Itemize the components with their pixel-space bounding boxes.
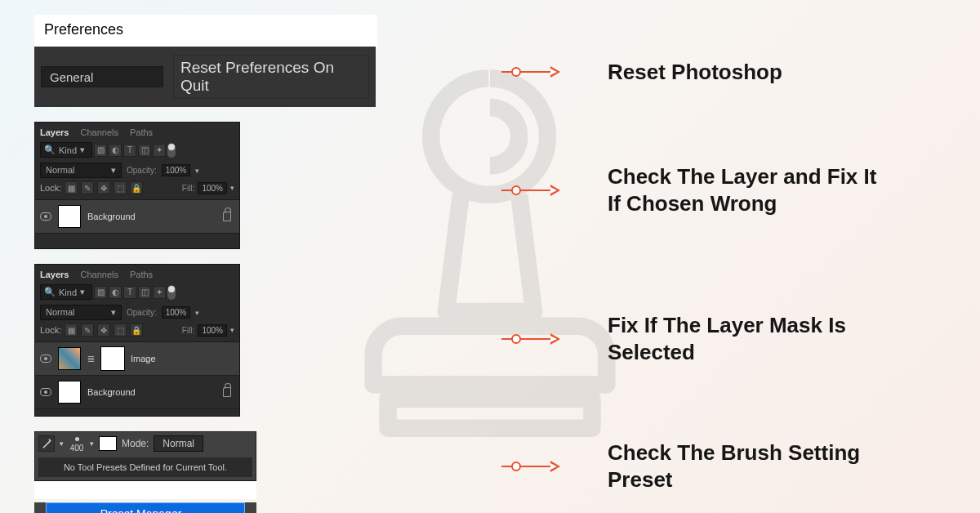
lock-icon xyxy=(223,212,231,221)
filter-adjustment-icon[interactable]: ◐ xyxy=(109,286,122,299)
filter-smart-icon[interactable]: ✦ xyxy=(153,144,166,157)
lock-position-icon[interactable]: ✥ xyxy=(97,181,110,194)
chevron-down-icon: ▾ xyxy=(80,287,85,297)
arrow-icon xyxy=(501,190,559,191)
layer-row-background[interactable]: Background xyxy=(35,200,239,234)
fill-input[interactable]: 100% xyxy=(198,324,227,337)
layer-filter-select[interactable]: 🔍 Kind ▾ xyxy=(40,142,92,158)
no-presets-message: No Tool Presets Defined for Current Tool… xyxy=(38,457,252,477)
arrow-icon xyxy=(501,338,559,340)
chevron-down-icon: ▾ xyxy=(80,145,85,155)
mode-label: Mode: xyxy=(122,438,149,449)
filter-shape-icon[interactable]: ◫ xyxy=(138,144,151,157)
preferences-dialog: Preferences General Reset Preferences On… xyxy=(34,15,376,107)
lock-label: Lock: xyxy=(40,325,61,335)
brush-preset-panel: ▾ 400 ▾ Mode: Normal No Tool Presets Def… xyxy=(34,431,377,513)
tab-channels[interactable]: Channels xyxy=(80,126,118,139)
filter-toggle[interactable] xyxy=(167,143,176,158)
chevron-down-icon[interactable]: ▾ xyxy=(195,309,199,317)
layer-thumbnail[interactable] xyxy=(58,205,81,228)
reset-preferences-button[interactable]: Reset Preferences On Quit xyxy=(173,55,369,99)
opacity-input[interactable]: 100% xyxy=(162,164,191,176)
visibility-icon[interactable] xyxy=(40,212,51,221)
lock-transparency-icon[interactable]: ▦ xyxy=(65,323,78,337)
search-icon: 🔍 xyxy=(44,287,56,297)
tab-paths[interactable]: Paths xyxy=(130,126,153,139)
arrow-icon xyxy=(501,71,559,73)
brush-size-picker[interactable]: 400 xyxy=(69,434,85,453)
layers-panel-background-only: Layers Channels Paths 🔍 Kind ▾ ▧ ◐ T ◫ ✦… xyxy=(34,122,240,249)
chevron-down-icon[interactable]: ▾ xyxy=(60,439,64,448)
clone-stamp-tool-icon[interactable] xyxy=(38,435,55,452)
layer-filter-select[interactable]: 🔍 Kind ▾ xyxy=(40,284,92,300)
callout-layer-mask: Fix If The Layer Mask Is Selected xyxy=(501,312,885,365)
layers-panel-with-mask: Layers Channels Paths 🔍 Kind ▾ ▧ ◐ T ◫ ✦… xyxy=(34,264,240,417)
tab-layers[interactable]: Layers xyxy=(40,126,69,139)
stamp-watermark xyxy=(343,49,637,457)
tab-channels[interactable]: Channels xyxy=(80,268,118,281)
tab-layers[interactable]: Layers xyxy=(40,268,69,281)
chevron-down-icon[interactable]: ▾ xyxy=(230,326,234,334)
lock-artboard-icon[interactable]: ⬚ xyxy=(114,323,127,337)
arrow-icon xyxy=(501,466,559,467)
chevron-down-icon[interactable]: ▾ xyxy=(90,439,94,448)
blend-mode-select[interactable]: Normal xyxy=(154,435,203,452)
brush-panel-icon[interactable] xyxy=(99,436,117,451)
lock-position-icon[interactable]: ✥ xyxy=(97,323,110,337)
filter-type-icon[interactable]: T xyxy=(123,286,136,299)
filter-smart-icon[interactable]: ✦ xyxy=(153,286,166,299)
visibility-icon[interactable] xyxy=(40,388,51,396)
chevron-down-icon[interactable]: ▾ xyxy=(195,167,199,175)
filter-pixel-icon[interactable]: ▧ xyxy=(94,286,107,299)
callout-brush-preset: Check The Brush Setting Preset xyxy=(501,439,885,493)
lock-all-icon[interactable]: 🔒 xyxy=(130,181,143,194)
layer-row-image[interactable]: 𝌆 Image xyxy=(35,342,239,376)
layer-thumbnail[interactable] xyxy=(58,347,81,370)
link-icon[interactable]: 𝌆 xyxy=(87,355,95,364)
layer-thumbnail[interactable] xyxy=(58,381,81,404)
callout-check-layer: Check The Layer and Fix It If Chosen Wro… xyxy=(501,163,885,216)
filter-adjustment-icon[interactable]: ◐ xyxy=(109,144,122,157)
filter-toggle[interactable] xyxy=(167,285,176,300)
preset-manager-button[interactable]: Preset Manager... xyxy=(46,502,245,513)
preferences-category-select[interactable]: General xyxy=(41,66,163,87)
search-icon: 🔍 xyxy=(44,145,56,155)
filter-shape-icon[interactable]: ◫ xyxy=(138,286,151,299)
visibility-icon[interactable] xyxy=(40,355,51,363)
lock-transparency-icon[interactable]: ▦ xyxy=(65,181,78,194)
lock-all-icon[interactable]: 🔒 xyxy=(130,323,143,337)
filter-pixel-icon[interactable]: ▧ xyxy=(94,144,107,157)
blend-mode-select[interactable]: Normal▾ xyxy=(40,305,122,320)
lock-label: Lock: xyxy=(40,183,61,193)
chevron-down-icon[interactable]: ▾ xyxy=(230,184,234,192)
layer-row-background[interactable]: Background xyxy=(35,376,239,409)
opacity-input[interactable]: 100% xyxy=(162,306,191,319)
filter-type-icon[interactable]: T xyxy=(123,144,136,157)
blend-mode-select[interactable]: Normal▾ xyxy=(40,163,122,178)
lock-pixels-icon[interactable]: ✎ xyxy=(81,323,94,337)
opacity-label: Opacity: xyxy=(127,308,157,317)
layer-mask-thumbnail[interactable] xyxy=(101,347,124,370)
callout-reset-photoshop: Reset Photoshop xyxy=(501,59,782,86)
fill-input[interactable]: 100% xyxy=(198,182,227,194)
tab-paths[interactable]: Paths xyxy=(130,268,153,281)
lock-icon xyxy=(223,387,231,397)
preferences-title: Preferences xyxy=(34,15,377,47)
lock-pixels-icon[interactable]: ✎ xyxy=(81,181,94,194)
fill-label: Fill: xyxy=(182,184,195,193)
lock-artboard-icon[interactable]: ⬚ xyxy=(114,181,127,194)
opacity-label: Opacity: xyxy=(127,166,157,175)
fill-label: Fill: xyxy=(182,326,195,335)
